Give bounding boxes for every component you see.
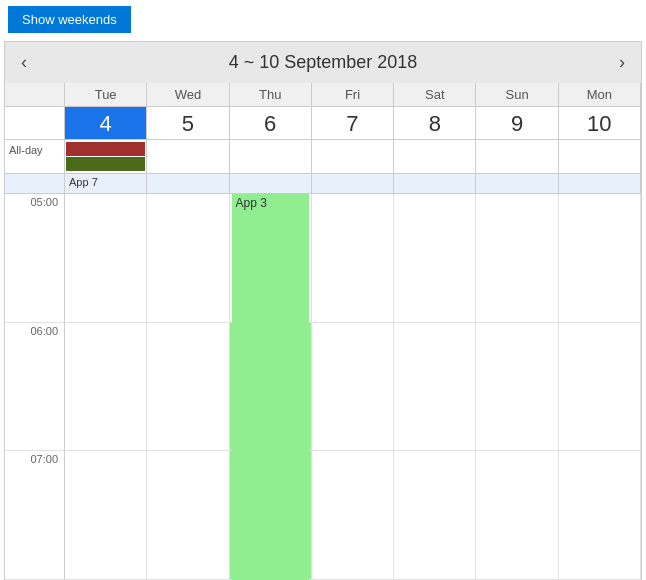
- day-number-4[interactable]: 4: [65, 107, 147, 139]
- allday-label: All-day: [5, 140, 65, 173]
- time-cell-tue-0500[interactable]: [65, 194, 147, 322]
- app7-cell-sun[interactable]: [476, 174, 558, 193]
- next-button[interactable]: ›: [603, 52, 641, 73]
- app7-cell-fri[interactable]: [312, 174, 394, 193]
- app7-row: App 7: [5, 174, 641, 194]
- num-spacer: [5, 107, 65, 139]
- day-numbers-row: 4 5 6 7 8 9 10: [5, 107, 641, 140]
- allday-cell-sat[interactable]: [394, 140, 476, 173]
- time-cell-tue-0600[interactable]: [65, 323, 147, 451]
- allday-cell-sun[interactable]: [476, 140, 558, 173]
- time-cell-sun-0700[interactable]: [476, 451, 558, 579]
- app7-cell-sat[interactable]: [394, 174, 476, 193]
- day-header-wed: Wed: [147, 83, 229, 106]
- time-label-0700: 07:00: [5, 451, 65, 579]
- app7-label: App 7: [69, 176, 98, 188]
- time-cell-wed-0500[interactable]: [147, 194, 229, 322]
- time-cell-fri-0600[interactable]: [312, 323, 394, 451]
- header-spacer: [5, 83, 65, 106]
- app7-cell-wed[interactable]: [147, 174, 229, 193]
- time-row-0700: 07:00: [5, 451, 641, 580]
- day-headers-row: Tue Wed Thu Fri Sat Sun Mon: [5, 83, 641, 107]
- time-cell-mon-0700[interactable]: [559, 451, 641, 579]
- day-header-thu: Thu: [230, 83, 312, 106]
- day-number-6[interactable]: 6: [230, 107, 312, 139]
- day-header-sun: Sun: [476, 83, 558, 106]
- app3-label: App 3: [236, 196, 267, 210]
- allday-cell-fri[interactable]: [312, 140, 394, 173]
- day-number-7[interactable]: 7: [312, 107, 394, 139]
- time-cell-fri-0500[interactable]: [312, 194, 394, 322]
- day-header-fri: Fri: [312, 83, 394, 106]
- allday-event-green[interactable]: [66, 157, 145, 171]
- prev-button[interactable]: ‹: [5, 52, 43, 73]
- nav-title: 4 ~ 10 September 2018: [229, 52, 418, 73]
- app7-cell-tue[interactable]: App 7: [65, 174, 147, 193]
- time-cell-thu-0500[interactable]: App 3: [230, 194, 312, 322]
- time-cell-mon-0500[interactable]: [559, 194, 641, 322]
- time-cell-fri-0700[interactable]: [312, 451, 394, 579]
- day-number-8[interactable]: 8: [394, 107, 476, 139]
- time-cell-sat-0500[interactable]: [394, 194, 476, 322]
- time-cell-wed-0700[interactable]: [147, 451, 229, 579]
- app7-spacer: [5, 174, 65, 193]
- allday-cell-thu[interactable]: [230, 140, 312, 173]
- time-label-0500: 05:00: [5, 194, 65, 322]
- time-cell-sat-0700[interactable]: [394, 451, 476, 579]
- allday-row: All-day: [5, 140, 641, 174]
- time-grid: 05:00 App 3 06:00 07:00: [5, 194, 641, 580]
- time-cell-mon-0600[interactable]: [559, 323, 641, 451]
- day-number-5[interactable]: 5: [147, 107, 229, 139]
- app3-event[interactable]: App 3: [232, 194, 309, 580]
- time-cell-sun-0500[interactable]: [476, 194, 558, 322]
- day-number-10[interactable]: 10: [559, 107, 641, 139]
- time-cell-sat-0600[interactable]: [394, 323, 476, 451]
- allday-event-red[interactable]: [66, 142, 145, 156]
- day-header-sat: Sat: [394, 83, 476, 106]
- nav-header: ‹ 4 ~ 10 September 2018 ›: [5, 42, 641, 83]
- calendar-container: ‹ 4 ~ 10 September 2018 › Tue Wed Thu Fr…: [4, 41, 642, 580]
- allday-cell-tue[interactable]: [65, 140, 147, 173]
- time-label-0600: 06:00: [5, 323, 65, 451]
- day-number-9[interactable]: 9: [476, 107, 558, 139]
- app7-cell-thu[interactable]: [230, 174, 312, 193]
- time-cell-wed-0600[interactable]: [147, 323, 229, 451]
- allday-cell-mon[interactable]: [559, 140, 641, 173]
- time-row-0600: 06:00: [5, 323, 641, 452]
- day-header-mon: Mon: [559, 83, 641, 106]
- time-row-0500: 05:00 App 3: [5, 194, 641, 323]
- time-cell-sun-0600[interactable]: [476, 323, 558, 451]
- time-cell-tue-0700[interactable]: [65, 451, 147, 579]
- app7-cell-mon[interactable]: [559, 174, 641, 193]
- show-weekends-button[interactable]: Show weekends: [8, 6, 131, 33]
- allday-cell-wed[interactable]: [147, 140, 229, 173]
- day-header-tue: Tue: [65, 83, 147, 106]
